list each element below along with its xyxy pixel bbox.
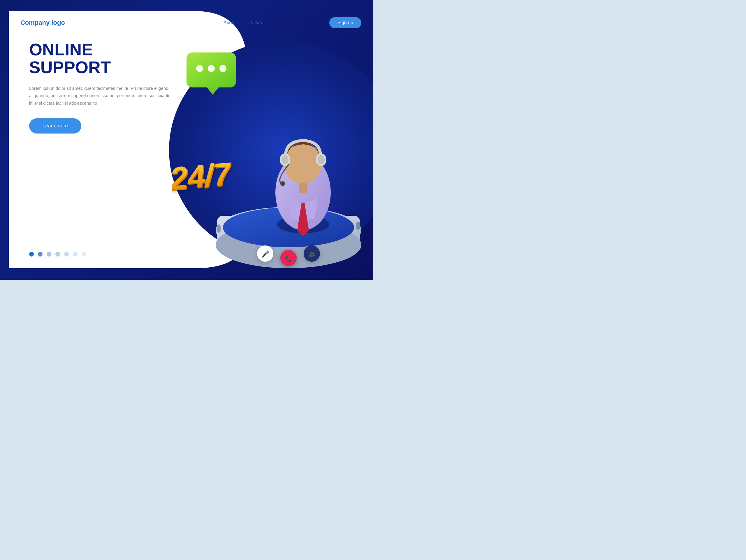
svg-point-23 — [282, 155, 288, 164]
nav-links: About News Pricing Blog Sign up — [224, 17, 361, 28]
dot-3[interactable] — [47, 252, 51, 256]
hero-content: ONLINE SUPPORT Lorem ipsum dolor sit ame… — [29, 41, 175, 134]
svg-point-25 — [318, 155, 325, 164]
svg-text:🎤: 🎤 — [261, 250, 269, 258]
svg-text:📞: 📞 — [285, 256, 292, 262]
svg-point-2 — [196, 65, 203, 72]
text-247: 24/7 — [172, 155, 236, 201]
navbar: Company logo About News Pricing Blog Sig… — [9, 11, 373, 34]
nav-news[interactable]: News — [250, 20, 262, 25]
svg-text:🎥: 🎥 — [309, 251, 315, 258]
dot-5[interactable] — [64, 252, 69, 256]
dot-4[interactable] — [55, 252, 60, 256]
dot-7[interactable] — [82, 252, 86, 256]
dot-6[interactable] — [73, 252, 78, 256]
svg-point-3 — [208, 65, 215, 72]
hero-title: ONLINE SUPPORT — [29, 41, 175, 76]
svg-point-4 — [220, 65, 226, 72]
company-logo: Company logo — [20, 19, 65, 27]
learn-more-button[interactable]: Learn more — [29, 118, 81, 134]
svg-point-20 — [284, 142, 322, 184]
carousel-dots — [29, 252, 86, 256]
svg-marker-1 — [207, 87, 219, 95]
hero-description: Lorem ipsum dolor sit amet, quem tacimat… — [29, 85, 175, 107]
signup-button[interactable]: Sign up — [329, 17, 361, 28]
nav-about[interactable]: About — [224, 20, 236, 25]
svg-rect-11 — [356, 222, 360, 230]
dot-2[interactable] — [38, 252, 42, 256]
nav-blog[interactable]: Blog — [306, 20, 315, 25]
agent-phone-illustration: 🎤 📞 🎥 — [181, 128, 367, 274]
svg-text:24/7: 24/7 — [172, 156, 232, 195]
svg-point-26 — [280, 181, 285, 186]
page-wrapper: Company logo About News Pricing Blog Sig… — [0, 0, 373, 280]
svg-rect-10 — [217, 224, 221, 233]
nav-pricing[interactable]: Pricing — [277, 20, 291, 25]
dot-1[interactable] — [29, 252, 34, 256]
chat-bubble — [183, 50, 242, 97]
svg-rect-21 — [299, 183, 308, 193]
